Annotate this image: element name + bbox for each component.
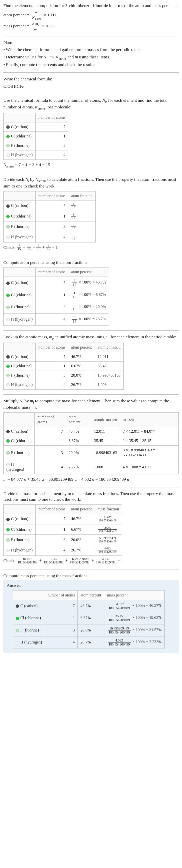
den: 15 <box>72 295 77 299</box>
eq: × 100% = <box>78 317 96 321</box>
eq: × 100% = <box>78 305 96 309</box>
den: 180.554209489 <box>95 561 116 564</box>
cell: 1 × 35.45 = 35.45 <box>120 436 179 446</box>
swatch-icon <box>16 617 19 620</box>
cell: 3 <box>35 221 68 232</box>
intro: Find the elemental composition for 3-chl… <box>3 3 179 31</box>
swatch-icon <box>16 641 19 645</box>
table-row: F (fluorine)320.0%56.995209489180.554209… <box>13 624 165 636</box>
plan-b2: • Determine values for Ni, mi, Natoms an… <box>3 54 179 61</box>
atom-percent-fraction: Ni Natoms <box>31 10 42 21</box>
cell: 56.995209489180.554209489 × 100% = 31.57… <box>104 624 164 636</box>
plan-b1: • Write the chemical formula and gather … <box>3 47 179 53</box>
cell: 3 <box>35 535 68 545</box>
mass-percent-fraction: Nimi m <box>31 22 40 31</box>
cell: 3 <box>35 371 68 380</box>
eq: × 100% = <box>131 616 149 620</box>
massfrac-check: Check: 84.077180.554209489 + 35.45180.55… <box>3 558 179 564</box>
atompct-text: Compute atom percents using the atom fra… <box>3 259 179 266</box>
th: atom percent <box>78 590 104 600</box>
el-label: C (carbon) <box>20 603 38 608</box>
den: 180.554209489 <box>98 519 117 522</box>
plan-b3: • Finally, compute the percents and chec… <box>3 62 179 68</box>
cell: 12.011 <box>91 427 120 436</box>
swatch-icon <box>6 518 10 521</box>
massfrac-section: Divide the mass for each element by m to… <box>3 491 179 564</box>
th-num-atoms: number of atoms <box>35 113 68 122</box>
cell: 715 <box>68 200 95 211</box>
cell: 6.67% <box>68 524 95 534</box>
num: 4 <box>72 316 77 319</box>
el-label: H (hydrogen) <box>11 317 33 321</box>
divider <box>3 487 179 487</box>
cell: 1 <box>35 436 66 446</box>
swatch-icon <box>6 463 10 466</box>
el-label: F (fluorine) <box>11 224 30 229</box>
el-label: C (carbon) <box>11 280 28 285</box>
th: atomic mass/u <box>95 343 123 352</box>
table-row: H (hydrogen)4 <box>4 150 68 159</box>
mult-section: Multiply Ni by mi to compute the mass fo… <box>3 398 179 483</box>
natoms-total: Natoms = 7 + 1 + 3 + 4 = 15 <box>3 162 179 168</box>
th: atom percent <box>68 343 95 352</box>
res: 31.57% <box>149 627 162 632</box>
table-row: C (carbon)746.7%12.0117 × 12.011 = 84.07… <box>4 427 179 436</box>
masspct-section: Compute mass percents using the mass fra… <box>3 573 179 653</box>
table-row: C (carbon)746.7%84.077180.554209489 × 10… <box>13 600 165 612</box>
cell: 1.008 <box>91 460 120 474</box>
cell: 26.7% <box>68 380 95 389</box>
eq: × 100% = <box>78 280 96 285</box>
cell: 20.0% <box>66 446 91 460</box>
den: 180.554209489 <box>17 561 38 564</box>
cell: 20.0% <box>78 624 104 636</box>
el-label: C (carbon) <box>11 354 28 359</box>
check-rhs: = 1 <box>116 558 123 563</box>
den: 180.554209489 <box>108 606 131 610</box>
den: 15 <box>71 217 76 219</box>
num: 56.995209489 <box>108 626 131 630</box>
cell: 6.67% <box>78 612 104 624</box>
cell: 7 <box>35 352 68 361</box>
num: 4.032 <box>108 639 131 643</box>
cell: 7 <box>35 427 66 436</box>
count-a: Use the chemical formula to count the nu… <box>3 98 102 103</box>
table-row: H (hydrogen)426.7%1.0084 × 1.008 = 4.032 <box>4 460 179 474</box>
table-row: C (carbon)7715 <box>4 200 96 211</box>
mass-percent-lhs: mass percent = <box>3 23 29 28</box>
swatch-icon <box>6 282 10 285</box>
table-row: Cl (chlorine)1 <box>4 131 68 141</box>
cell: 35.45180.554209489 <box>95 524 122 534</box>
cell: 1 <box>35 361 68 371</box>
cell: 26.7% <box>78 637 104 649</box>
cell: 415 × 100% = 26.7% <box>68 313 109 325</box>
el-label: F (fluorine) <box>11 143 30 148</box>
th: atom percent <box>66 413 91 427</box>
cell: 115 <box>68 211 95 221</box>
swatch-icon <box>6 549 10 552</box>
table-row: F (fluorine)320.0%18.9984031633 × 18.998… <box>4 446 179 460</box>
cell: 3 × 18.998403163 = 56.995209489 <box>120 446 179 460</box>
den: 15 <box>72 307 77 311</box>
cell: 7 <box>35 122 68 131</box>
table-row: Cl (chlorine)1115 <box>4 211 96 221</box>
el-label: Cl (chlorine) <box>11 527 32 532</box>
el-label: C (carbon) <box>11 517 28 521</box>
el-label: Cl (chlorine) <box>11 364 32 368</box>
den: 180.554209489 <box>98 551 117 553</box>
divider <box>3 330 179 331</box>
cell: 20.0% <box>68 371 95 380</box>
check-label: Check: <box>3 245 17 250</box>
atomfrac-section: Divide each Ni by Natoms to calculate at… <box>3 177 179 251</box>
mass-lookup-text: Look up the atomic mass, mi, in unified … <box>3 334 179 341</box>
massfrac-text: Divide the mass for each element by m to… <box>3 491 179 502</box>
cell: 115 × 100% = 6.67% <box>68 289 109 301</box>
count-table: number of atoms C (carbon)7 Cl (chlorine… <box>3 113 68 160</box>
num: 3 <box>72 303 77 307</box>
cell: 7 <box>45 600 77 612</box>
swatch-icon <box>6 236 10 239</box>
atomfrac-text: Divide each Ni by Natoms to calculate at… <box>3 177 179 189</box>
el-label: C (carbon) <box>11 429 28 434</box>
swatch-icon <box>6 538 10 542</box>
res: 2.233% <box>149 640 162 645</box>
mult-table: number of atomsatom percentatomic mass/u… <box>3 412 179 474</box>
